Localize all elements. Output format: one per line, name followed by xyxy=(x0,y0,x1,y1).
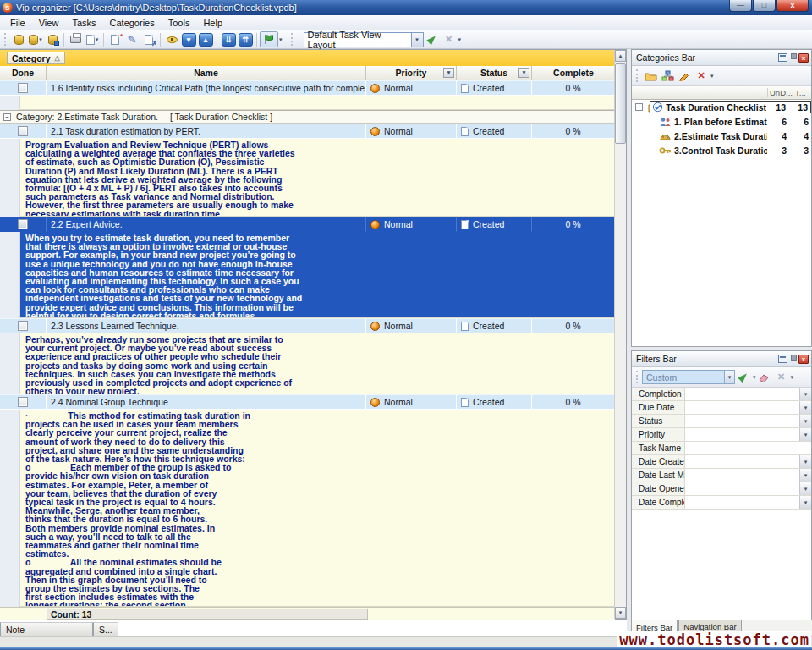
task-grid: Category △ Done Name Priority▾ Status▾ C… xyxy=(0,49,627,620)
move-down-icon[interactable]: ▾ xyxy=(180,31,197,47)
filter-dropdown-button[interactable]: ▾ xyxy=(799,469,811,482)
table-row-2-4[interactable]: 2.4 Nominal Group Technique Normal Creat… xyxy=(0,394,615,410)
priority-filter-button[interactable]: ▾ xyxy=(443,68,454,78)
clear-filter-icon[interactable] xyxy=(756,370,773,385)
col-total[interactable]: T... xyxy=(793,88,811,97)
header-status[interactable]: Status▾ xyxy=(457,66,532,80)
filter-dropdown-button[interactable]: ▾ xyxy=(799,415,811,427)
close-button[interactable]: x xyxy=(776,0,809,12)
apply-layout-icon[interactable] xyxy=(424,31,441,47)
tree-item-estimate[interactable]: 2.Estimate Task Duration. 4 4 xyxy=(632,129,811,143)
panel-pin-icon[interactable] xyxy=(790,53,796,62)
header-priority[interactable]: Priority▾ xyxy=(366,66,457,80)
new-task-icon[interactable]: * xyxy=(107,31,123,47)
header-complete[interactable]: Complete xyxy=(532,66,615,80)
move-up-icon[interactable]: ▴ xyxy=(197,31,214,47)
table-row-2-3[interactable]: 2.3 Lessons Learned Technique. Normal Cr… xyxy=(0,318,615,333)
menu-tools[interactable]: Tools xyxy=(162,16,197,30)
filter-preset-arrow[interactable]: ▾ xyxy=(725,370,735,384)
panel-pin-icon[interactable] xyxy=(790,355,796,363)
filter-dropdown-button[interactable]: ▾ xyxy=(799,482,811,495)
filter-value[interactable] xyxy=(685,455,799,468)
categories-toolbar: ✕ ▾ xyxy=(632,66,811,86)
move-top-icon[interactable]: ⇈ xyxy=(237,31,254,47)
group-by-category-chip[interactable]: Category △ xyxy=(7,52,65,64)
tab-summary[interactable]: S... xyxy=(93,622,118,636)
scroll-up-button[interactable]: ▴ xyxy=(615,50,626,62)
note-nominal: · This method for estimating task durati… xyxy=(0,410,615,607)
note-pert: Program Evaluation and Review Technique … xyxy=(0,139,615,217)
table-row-2-2-selected[interactable]: 2.2 Expert Advice. Normal Created 0 % xyxy=(0,217,615,232)
panel-restore-icon[interactable] xyxy=(778,355,787,363)
print-icon[interactable] xyxy=(67,31,84,47)
done-checkbox[interactable] xyxy=(18,219,28,229)
print-preview-icon[interactable]: ▾ xyxy=(84,31,101,47)
done-checkbox[interactable] xyxy=(18,397,28,407)
grid-scrollbar[interactable]: ▴ ▾ xyxy=(614,50,626,619)
maximize-button[interactable]: □ xyxy=(753,0,776,12)
tree-expander-icon[interactable]: − xyxy=(635,103,643,111)
menu-categories[interactable]: Categories xyxy=(103,16,162,30)
done-checkbox[interactable] xyxy=(18,126,28,136)
col-undone[interactable]: UnD... xyxy=(767,88,793,97)
status-filter-button[interactable]: ▾ xyxy=(518,68,529,78)
scroll-down-button[interactable]: ▾ xyxy=(615,607,626,619)
filter-preset-combobox[interactable]: Custom xyxy=(642,370,725,384)
delete-layout-icon[interactable]: ✕ xyxy=(441,31,458,47)
save-database-icon[interactable] xyxy=(44,31,61,47)
shell-icon xyxy=(659,131,672,140)
panel-restore-icon[interactable] xyxy=(778,53,787,62)
tree-item-checklist[interactable]: − Task Duration Checklist 13 13 xyxy=(632,100,811,114)
filters-toolbar: Custom ▾ ▾ ✕ ▾ xyxy=(632,367,811,388)
new-database-icon[interactable] xyxy=(10,31,27,47)
table-row-1-6[interactable]: 1.6 Identify risks including Critical Pa… xyxy=(0,80,615,96)
filter-value[interactable] xyxy=(685,469,799,482)
edit-task-icon[interactable]: ✎ xyxy=(123,31,140,47)
flag-filter-icon[interactable] xyxy=(260,31,278,47)
scrollbar-thumb[interactable] xyxy=(615,63,626,144)
panel-close-icon[interactable]: x xyxy=(798,53,809,63)
tab-note[interactable]: Note xyxy=(0,622,93,636)
filter-dropdown-button[interactable]: ▾ xyxy=(799,496,811,509)
view-notes-icon[interactable] xyxy=(163,31,180,47)
delete-category-icon[interactable]: ✕ xyxy=(693,69,710,84)
tree-column-headers: UnD... T... xyxy=(632,86,811,100)
menu-view[interactable]: View xyxy=(32,16,66,30)
header-done[interactable]: Done xyxy=(0,66,47,80)
collapse-expander-icon[interactable]: − xyxy=(3,113,11,121)
new-category-icon[interactable] xyxy=(642,69,659,84)
filter-value[interactable] xyxy=(685,482,799,495)
done-checkbox[interactable] xyxy=(18,321,28,331)
menu-file[interactable]: File xyxy=(3,16,32,30)
tree-item-control[interactable]: 3.Control Task Duration. 3 3 xyxy=(632,143,811,157)
move-bottom-icon[interactable]: ⇊ xyxy=(220,31,237,47)
filter-value[interactable] xyxy=(685,415,799,427)
menu-tasks[interactable]: Tasks xyxy=(65,16,102,30)
new-subcategory-icon[interactable] xyxy=(659,69,676,84)
filter-dropdown-button[interactable]: ▾ xyxy=(799,428,811,441)
filter-value[interactable] xyxy=(685,496,799,509)
category-group-row[interactable]: − Category: 2.Estimate Task Duration. [ … xyxy=(0,110,615,124)
header-name[interactable]: Name xyxy=(47,66,366,80)
filter-dropdown-button[interactable]: ▾ xyxy=(799,401,811,414)
apply-filter-icon[interactable] xyxy=(735,370,752,385)
table-row-2-1[interactable]: 2.1 Task duration estimation by PERT. No… xyxy=(0,124,615,139)
layout-combobox[interactable]: Default Task View Layout xyxy=(304,32,412,47)
task-name: 2.3 Lessons Learned Technique. xyxy=(51,321,179,331)
done-checkbox[interactable] xyxy=(18,83,28,93)
filter-dropdown-button[interactable]: ▾ xyxy=(799,455,811,468)
menu-help[interactable]: Help xyxy=(196,16,229,30)
panel-close-icon[interactable]: x xyxy=(798,355,809,364)
filter-value[interactable] xyxy=(685,388,799,400)
minimize-button[interactable]: — xyxy=(729,0,752,12)
layout-combobox-arrow[interactable]: ▾ xyxy=(412,32,424,47)
filter-dropdown-button[interactable]: ▾ xyxy=(799,388,811,400)
edit-category-icon[interactable] xyxy=(676,69,693,84)
filter-value[interactable] xyxy=(685,401,799,414)
filter-value[interactable] xyxy=(685,442,811,454)
remove-filter-icon[interactable]: ✕ xyxy=(773,370,790,385)
open-database-icon[interactable]: ▾ xyxy=(27,31,44,47)
delete-task-icon[interactable]: ✗ xyxy=(140,31,157,47)
tree-item-plan[interactable]: 1. Plan before Estimating. 6 6 xyxy=(632,114,811,129)
filter-value[interactable] xyxy=(685,428,799,441)
